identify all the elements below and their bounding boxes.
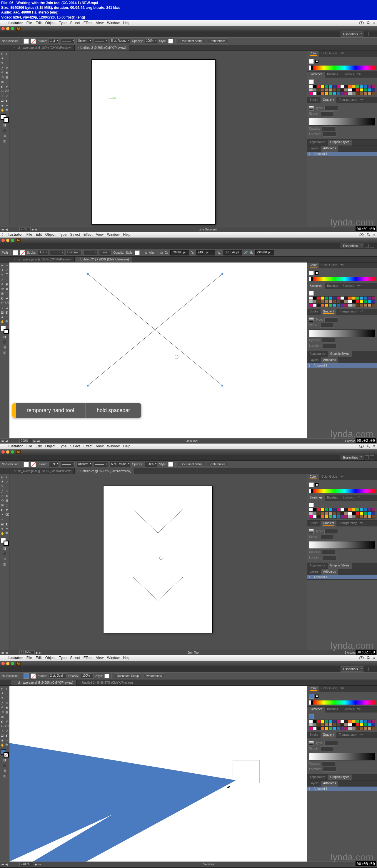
close-icon[interactable]	[1, 450, 5, 454]
tool-mode-button[interactable]: ◫	[0, 350, 9, 355]
tool-button[interactable]: ✎	[0, 273, 5, 277]
tool-button[interactable]: ▭	[5, 701, 9, 705]
x-input[interactable]: 326.395 pt	[170, 250, 189, 255]
zoom-icon[interactable]	[11, 27, 14, 30]
menu-select[interactable]: Select	[70, 21, 80, 25]
stroke-swatch-ctrl[interactable]	[31, 674, 36, 679]
zoom-level[interactable]: 200%	[20, 439, 32, 443]
arrange-icon[interactable]	[370, 455, 374, 459]
swatch-cell[interactable]	[352, 515, 356, 519]
tab-symbols[interactable]: Symbols	[340, 495, 356, 501]
document-tab[interactable]: ×Untitled-2* @ 200% (CMYK/Preview)	[75, 257, 132, 262]
tab-appearance[interactable]: Appearance	[307, 563, 328, 569]
swatch-cell[interactable]	[368, 515, 371, 519]
tab-graphic-styles[interactable]: Graphic Styles	[328, 775, 352, 780]
swatch-cell[interactable]	[313, 723, 317, 726]
swatch-cell[interactable]	[371, 300, 375, 303]
tool-button[interactable]: ⇄	[5, 719, 9, 724]
nav-next-icon[interactable]: ▶	[32, 228, 34, 231]
swatch-cell[interactable]	[325, 726, 328, 730]
tool-button[interactable]: ◈	[0, 103, 5, 108]
swatch-cell[interactable]	[337, 300, 340, 303]
tab-stroke[interactable]: Stroke	[307, 521, 321, 526]
swatch-cell[interactable]	[309, 296, 313, 300]
tab-symbols[interactable]: Symbols	[340, 72, 356, 78]
tool-button[interactable]: ✋	[0, 531, 5, 536]
swatch-cell[interactable]	[344, 515, 348, 519]
swatch-cell[interactable]	[352, 92, 356, 95]
tool-button[interactable]: ✛	[5, 103, 9, 108]
tool-button[interactable]: ✋	[0, 108, 5, 113]
canvas-viewport[interactable]: temporary hand toolhold spacebar	[9, 262, 307, 438]
y-input[interactable]: 240.5 pt	[197, 250, 215, 255]
swatch-cell[interactable]	[332, 726, 336, 730]
tab-gradient[interactable]: Gradient	[321, 309, 337, 315]
fill-stroke-indicator[interactable]	[1, 114, 9, 123]
traffic-lights[interactable]	[1, 450, 14, 454]
tool-button[interactable]: ⬚	[5, 503, 9, 508]
tool-button[interactable]: ⊞	[0, 291, 5, 296]
swatch-cell[interactable]	[321, 726, 325, 730]
gradient-bar[interactable]	[309, 541, 375, 549]
swatch-cell[interactable]	[364, 723, 367, 726]
swatch-cell[interactable]	[344, 92, 348, 95]
swatch-cell[interactable]	[368, 303, 371, 307]
tab-swatches[interactable]: Swatches	[307, 707, 325, 713]
swatch-cell[interactable]	[309, 508, 313, 512]
profile-select[interactable]: Uniform	[66, 250, 82, 255]
menu-view[interactable]: View	[96, 656, 104, 660]
nav-last-icon[interactable]: ⏭	[37, 439, 40, 443]
swatch-cell[interactable]	[340, 92, 344, 95]
visibility-icon[interactable]	[359, 445, 364, 448]
tool-button[interactable]: ◉	[5, 282, 9, 287]
tab-appearance[interactable]: Appearance	[307, 351, 328, 357]
menu-help[interactable]: Help	[123, 21, 130, 25]
swatch-cell[interactable]	[337, 723, 340, 726]
brush-def-select[interactable]: 5 pt. Round	[110, 462, 130, 467]
stroke-swatch-small[interactable]	[315, 60, 318, 63]
canvas-viewport[interactable]: dX	[9, 51, 307, 227]
stroke-weight-select[interactable]: 1 pt	[38, 250, 48, 255]
panel-menu-icon[interactable]: ▾≡	[359, 521, 365, 526]
swatch-cell[interactable]	[371, 303, 375, 307]
nav-prev-icon[interactable]: ◀	[5, 863, 8, 866]
nav-first-icon[interactable]: ⏮	[1, 439, 4, 443]
swatch-cell[interactable]	[317, 726, 321, 730]
tab-stroke[interactable]: Stroke	[307, 309, 321, 315]
swatch-cell[interactable]	[337, 512, 340, 515]
close-tab-icon[interactable]: ×	[14, 46, 16, 49]
close-tab-icon[interactable]: ×	[14, 681, 16, 684]
tool-button[interactable]: ⊞	[0, 80, 5, 84]
close-tab-icon[interactable]: ×	[79, 681, 81, 684]
swatch-cell[interactable]	[313, 92, 317, 95]
swatch-cell[interactable]	[313, 85, 317, 88]
swatch-cell[interactable]	[364, 719, 367, 723]
tool-button[interactable]: ⟋	[5, 56, 9, 61]
tool-button[interactable]: ◈	[0, 315, 5, 319]
tool-button[interactable]: ✐	[0, 70, 5, 75]
swatch-cell[interactable]	[321, 719, 325, 723]
swatch-cell[interactable]	[321, 92, 325, 95]
current-swatch[interactable]	[309, 714, 314, 719]
tool-button[interactable]: ✛	[5, 738, 9, 743]
swatch-cell[interactable]	[332, 508, 336, 512]
brush-def-select[interactable]: Basic	[99, 250, 112, 255]
swatch-cell[interactable]	[368, 512, 371, 515]
tool-button[interactable]: ▦	[5, 710, 9, 715]
swatch-cell[interactable]	[337, 296, 340, 300]
tab-artboards[interactable]: Artboards	[321, 781, 338, 786]
swatch-cell[interactable]	[368, 92, 371, 95]
tool-button[interactable]: ▭	[5, 66, 9, 70]
swatch-cell[interactable]	[313, 726, 317, 730]
workspace-select[interactable]: Essentials	[341, 666, 364, 672]
tool-button[interactable]: ⬓	[0, 733, 5, 738]
swatch-cell[interactable]	[313, 719, 317, 723]
visibility-icon[interactable]	[359, 656, 364, 659]
tool-mode-button[interactable]: ⊞	[0, 768, 9, 773]
panel-menu-icon[interactable]: ▾≡	[356, 72, 362, 78]
tab-artboards[interactable]: Artboards	[321, 569, 338, 575]
tool-button[interactable]: ╱	[0, 277, 5, 282]
tool-button[interactable]: ⟲	[0, 75, 5, 80]
document-tab[interactable]: ×Untitled-2 @ 76% (CMYK/Preview)	[75, 45, 129, 51]
gradient-bar[interactable]	[309, 753, 375, 761]
